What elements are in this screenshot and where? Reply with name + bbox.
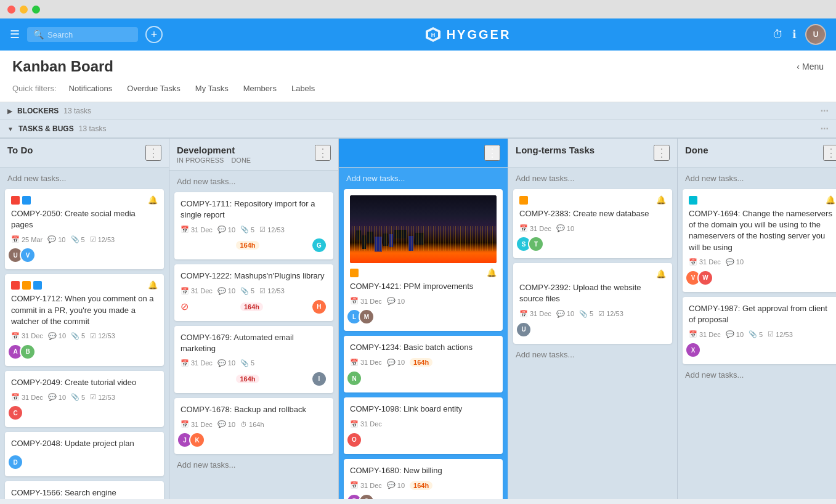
column-inprogress: ⋮ Add new tasks... 🔔 <box>339 139 508 499</box>
filter-notifications[interactable]: Notifications <box>63 81 119 96</box>
card-compy-1712-title[interactable]: COMPY-1712: When you comment on a commit… <box>11 293 158 327</box>
meta-item: 📅 31 Dec <box>181 359 213 367</box>
time-badge-red: 164h <box>240 303 263 311</box>
card-compy-2048-title[interactable]: COMPY-2048: Update project plan <box>11 438 158 449</box>
bell-icon: 🔔 <box>656 269 666 278</box>
add-tasks-lt[interactable]: Add new tasks... <box>513 173 672 184</box>
card-compy-2392-title[interactable]: COMPY-2392: Upload the website source fi… <box>519 282 666 304</box>
meta-progress: ☑ 12/53 <box>598 310 623 318</box>
history-icon[interactable]: ⏱ <box>773 28 784 41</box>
avatar: V <box>20 247 36 263</box>
search-input[interactable] <box>47 30 132 39</box>
meta-progress: ☑ 12/53 <box>90 332 115 340</box>
meta-attach: 📎 5 <box>71 332 85 340</box>
avatar: N <box>346 370 362 386</box>
add-tasks-ip[interactable]: Add new tasks... <box>344 173 503 184</box>
card-footer: D <box>11 454 158 470</box>
search-box: 🔍 <box>27 27 138 42</box>
bell-icon: 🔔 <box>148 280 158 290</box>
card-meta: 📅 31 Dec 💬 10 📎 5 ☑ 12/53 <box>181 226 327 234</box>
col-dev-title: Development <box>177 145 251 155</box>
col-dev-body: Add new tasks... COMPY-1711: Repository … <box>169 171 338 499</box>
card-meta: 📅 31 Dec 💬 10 <box>689 258 835 266</box>
card-meta: 📅 31 Dec 💬 10 📎 5 ☑ 12/53 <box>181 287 327 295</box>
card-footer: S T <box>519 236 666 252</box>
col-lt-title: Long-terms Tasks <box>516 145 595 155</box>
card-compy-1678: COMPY-1678: Backup and rollback 📅 31 Dec… <box>174 398 333 454</box>
group-tasks-bugs[interactable]: ▼ TASKS & BUGS 13 tasks ··· <box>0 120 836 138</box>
page-title: Kanban Board <box>12 58 113 75</box>
meta-item: 📅 31 Dec <box>181 226 213 234</box>
card-compy-2050-title[interactable]: COMPY-2050: Create social media pages <box>11 208 158 230</box>
card-compy-1566-title[interactable]: COMPY-1566: Search engine <box>11 487 158 498</box>
card-image <box>350 195 497 263</box>
col-todo-header: To Do ⋮ <box>0 139 169 168</box>
col-ip-menu[interactable]: ⋮ <box>484 145 500 161</box>
card-compy-1098-title[interactable]: COMPY-1098: Link board entity <box>350 404 497 415</box>
window-maximize[interactable] <box>32 6 40 14</box>
chevron-right-icon: ▶ <box>7 108 12 115</box>
group-tasks-bugs-menu[interactable]: ··· <box>821 123 829 134</box>
info-icon[interactable]: ℹ <box>792 28 797 41</box>
col-dev-menu[interactable]: ⋮ <box>315 145 331 161</box>
card-compy-2049-title[interactable]: COMPY-2049: Create tutorial video <box>11 377 158 388</box>
top-nav: ☰ 🔍 + H HYGGER ⏱ ℹ U <box>0 18 836 51</box>
card-meta: 📅 31 Dec 💬 10 164h <box>350 358 497 367</box>
window-close[interactable] <box>7 6 15 14</box>
filter-members[interactable]: Members <box>237 81 283 96</box>
col-lt-menu[interactable]: ⋮ <box>654 145 670 161</box>
filter-labels[interactable]: Labels <box>285 81 321 96</box>
card-compy-1987-title[interactable]: COMPY-1987: Get approval from client of … <box>689 303 835 325</box>
menu-link[interactable]: ‹ Menu <box>797 62 824 71</box>
card-compy-1680-title[interactable]: COMPY-1680: New billing <box>350 465 497 476</box>
card-compy-1421-title[interactable]: COMPY-1421: PPM improvements <box>350 281 497 292</box>
group-blockers-label: BLOCKERS <box>17 107 59 115</box>
logo-text: HYGGER <box>447 28 511 42</box>
card-compy-1711-title[interactable]: COMPY-1711: Repository import for a sing… <box>181 198 327 221</box>
meta-comments: 💬 10 <box>556 224 574 232</box>
filter-overdue[interactable]: Overdue Tasks <box>121 81 186 96</box>
card-compy-1694: 🔔 COMPY-1694: Change the nameservers of … <box>683 189 836 292</box>
add-tasks-dev[interactable]: Add new tasks... <box>174 176 333 187</box>
meta-item: 📅 31 Dec <box>350 420 382 428</box>
card-meta: 📅 31 Dec 💬 10 📎 5 ☑ 12/53 <box>689 330 835 338</box>
card-compy-1694-title[interactable]: COMPY-1694: Change the nameservers of th… <box>689 208 835 253</box>
page-header: Kanban Board ‹ Menu Quick filters: Notif… <box>0 51 836 102</box>
add-tasks-dev-bottom[interactable]: Add new tasks... <box>174 459 333 471</box>
group-tasks-bugs-count: 13 tasks <box>79 124 107 133</box>
meta-item: 📅 31 Dec <box>350 359 382 367</box>
add-tasks-done-bottom[interactable]: Add new tasks... <box>683 369 836 381</box>
group-blockers[interactable]: ▶ BLOCKERS 13 tasks ··· <box>0 102 836 120</box>
card-compy-1678-title[interactable]: COMPY-1678: Backup and rollback <box>181 404 327 415</box>
add-tasks-todo[interactable]: Add new tasks... <box>5 173 164 184</box>
window-minimize[interactable] <box>20 6 28 14</box>
column-done: Done ⋮ Add new tasks... 🔔 COMPY-1694: Ch… <box>678 139 836 499</box>
hamburger-menu[interactable]: ☰ <box>10 28 20 41</box>
card-compy-1566: COMPY-1566: Search engine 📅 31 Dec 💬 10 … <box>5 481 164 499</box>
card-compy-1222-title[interactable]: COMPY-1222: Mashups'n'Plugins library <box>181 270 327 282</box>
columns-scroll: To Do ⋮ Add new tasks... 🔔 COMPY-2050: C… <box>0 139 836 499</box>
card-compy-1222: COMPY-1222: Mashups'n'Plugins library 📅 … <box>174 264 333 320</box>
card-compy-2050: 🔔 COMPY-2050: Create social media pages … <box>5 189 164 269</box>
avatar: K <box>189 432 205 448</box>
card-compy-1679-title[interactable]: COMPY-1679: Automated email marketing <box>181 332 327 354</box>
col-lt-header: Long-terms Tasks ⋮ <box>508 139 677 168</box>
add-tasks-done[interactable]: Add new tasks... <box>683 173 836 184</box>
card-compy-2048: COMPY-2048: Update project plan D <box>5 432 164 476</box>
user-avatar[interactable]: U <box>805 24 826 45</box>
meta-progress: ☑ 12/53 <box>259 287 285 295</box>
create-button[interactable]: + <box>145 26 163 43</box>
city-lights <box>350 226 497 251</box>
time-badge: 164h <box>236 375 259 383</box>
avatar: Q <box>359 494 375 499</box>
group-blockers-menu[interactable]: ··· <box>821 105 829 116</box>
card-compy-1234-title[interactable]: COMPY-1234: Basic batch actions <box>350 342 497 353</box>
col-todo-menu[interactable]: ⋮ <box>145 145 161 161</box>
card-footer: 164h I <box>181 371 327 387</box>
filter-mytasks[interactable]: My Tasks <box>189 81 235 96</box>
add-tasks-lt-bottom[interactable]: Add new tasks... <box>513 349 672 360</box>
col-done-menu[interactable]: ⋮ <box>823 145 836 161</box>
card-compy-2383-title[interactable]: COMPY-2383: Create new database <box>519 208 666 219</box>
nav-right: ⏱ ℹ U <box>773 24 826 45</box>
card-compy-2049: COMPY-2049: Create tutorial video 📅 31 D… <box>5 371 164 427</box>
